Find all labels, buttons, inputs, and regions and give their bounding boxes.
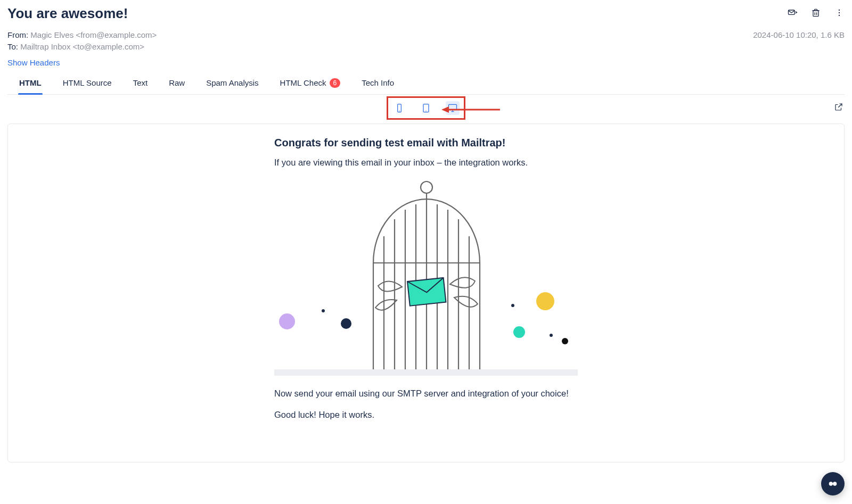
svg-point-17	[513, 326, 525, 338]
to-label: To:	[7, 42, 18, 51]
arrow-annotation	[441, 104, 500, 115]
svg-point-13	[322, 309, 325, 312]
from-value: Magic Elves <from@example.com>	[30, 30, 157, 39]
tab-raw[interactable]: Raw	[168, 73, 186, 94]
to-value: Mailtrap Inbox <to@example.com>	[20, 42, 144, 51]
svg-point-14	[341, 318, 351, 329]
email-timestamp-size: 2024-06-10 10:20, 1.6 KB	[753, 29, 845, 39]
email-line-3: Good luck! Hope it works.	[274, 409, 578, 420]
svg-point-6	[399, 110, 400, 111]
svg-point-19	[562, 338, 568, 344]
email-meta: From: Magic Elves <from@example.com> To:…	[7, 29, 157, 53]
svg-rect-1	[813, 11, 818, 16]
mark-open-icon[interactable]	[787, 7, 798, 18]
from-label: From:	[7, 30, 28, 39]
email-heading: Congrats for sending test email with Mai…	[274, 137, 578, 149]
svg-point-15	[511, 304, 514, 307]
tablet-icon[interactable]	[419, 101, 433, 115]
svg-point-12	[279, 313, 295, 329]
external-link-icon[interactable]	[834, 102, 845, 113]
svg-rect-0	[789, 10, 795, 14]
show-headers-link[interactable]: Show Headers	[7, 58, 60, 67]
trash-icon[interactable]	[810, 7, 821, 18]
html-check-badge: 6	[330, 78, 341, 88]
svg-point-3	[839, 12, 840, 13]
email-preview-frame: Congrats for sending test email with Mai…	[7, 123, 845, 463]
tab-html-check[interactable]: HTML Check 6	[279, 73, 342, 94]
svg-point-2	[839, 10, 840, 11]
tabs: HTML HTML Source Text Raw Spam Analysis …	[7, 73, 395, 94]
tab-html-check-label: HTML Check	[280, 78, 326, 87]
size: 1.6 KB	[821, 30, 845, 39]
svg-point-18	[550, 334, 553, 337]
svg-point-16	[536, 292, 554, 310]
email-line-1: If you are viewing this email in your in…	[274, 156, 578, 168]
tab-html[interactable]: HTML	[18, 73, 43, 94]
svg-marker-11	[441, 106, 449, 113]
more-vertical-icon[interactable]	[834, 7, 845, 18]
timestamp: 2024-06-10 10:20,	[753, 30, 818, 39]
email-subject: You are awesome!	[7, 5, 128, 22]
header-actions	[787, 5, 845, 18]
tab-text[interactable]: Text	[132, 73, 149, 94]
tab-tech-info[interactable]: Tech Info	[361, 73, 395, 94]
mobile-icon[interactable]	[392, 101, 406, 115]
tab-spam-analysis[interactable]: Spam Analysis	[205, 73, 259, 94]
email-line-2: Now send your email using our SMTP serve…	[274, 387, 578, 399]
illustration-bar	[274, 369, 578, 376]
birdcage-illustration	[274, 178, 578, 369]
svg-point-20	[421, 181, 432, 193]
svg-point-8	[425, 110, 427, 111]
tab-html-source[interactable]: HTML Source	[62, 73, 113, 94]
svg-point-4	[839, 15, 840, 16]
